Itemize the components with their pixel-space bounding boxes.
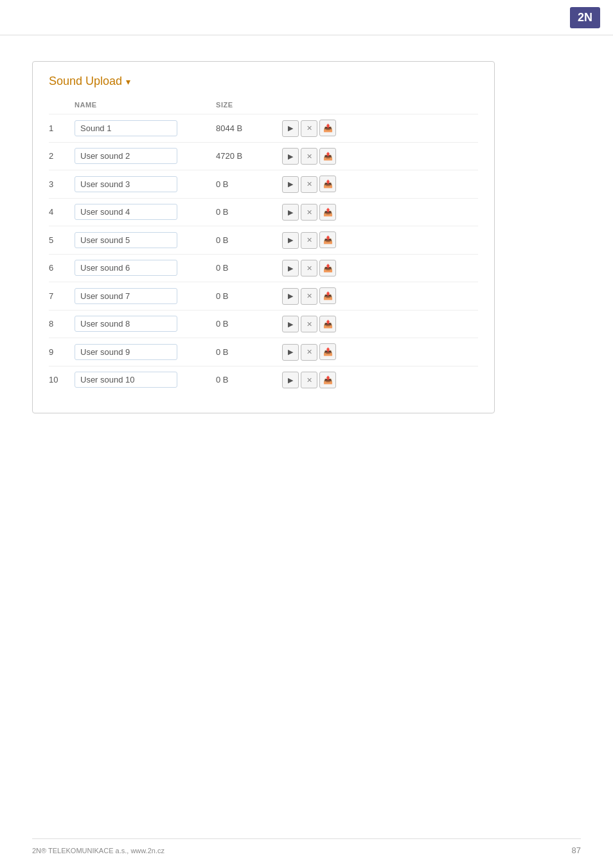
play-button[interactable]: ▶ (282, 288, 299, 305)
top-bar: 2N (0, 0, 613, 35)
table-row: 30 B▶✕📤 (49, 170, 478, 199)
row-name-cell (75, 226, 216, 255)
name-input[interactable] (75, 288, 177, 304)
table-row: 70 B▶✕📤 (49, 282, 478, 311)
play-button[interactable]: ▶ (282, 204, 299, 221)
upload-button[interactable]: 📤 (319, 148, 336, 165)
row-size: 0 B (216, 198, 280, 226)
row-actions: ▶✕📤 (280, 226, 478, 255)
name-input[interactable] (75, 372, 177, 388)
name-input[interactable] (75, 176, 177, 192)
play-button[interactable]: ▶ (282, 372, 299, 388)
name-input[interactable] (75, 344, 177, 360)
row-name-cell (75, 170, 216, 199)
col-header-name: NAME (75, 101, 216, 114)
section-title[interactable]: Sound Upload ▾ (49, 75, 478, 88)
row-size: 8044 B (216, 114, 280, 143)
col-header-size: SIZE (216, 101, 280, 114)
row-name-cell (75, 114, 216, 143)
table-row: 100 B▶✕📤 (49, 366, 478, 393)
play-button[interactable]: ▶ (282, 260, 299, 276)
upload-button[interactable]: 📤 (319, 204, 336, 221)
play-button[interactable]: ▶ (282, 232, 299, 249)
delete-button[interactable]: ✕ (301, 120, 317, 137)
delete-button[interactable]: ✕ (301, 316, 317, 332)
table-row: 80 B▶✕📤 (49, 310, 478, 338)
name-input[interactable] (75, 204, 177, 220)
footer-right: 87 (572, 845, 581, 855)
upload-button[interactable]: 📤 (319, 120, 336, 136)
col-header-actions (280, 101, 478, 114)
row-number: 10 (49, 366, 75, 393)
row-number: 1 (49, 114, 75, 143)
main-content: Sound Upload ▾ NAME SIZE 18044 B▶✕📤24720… (0, 35, 613, 439)
table-row: 24720 B▶✕📤 (49, 142, 478, 170)
table-row: 40 B▶✕📤 (49, 198, 478, 226)
delete-button[interactable]: ✕ (301, 204, 317, 221)
row-number: 7 (49, 282, 75, 311)
row-name-cell (75, 198, 216, 226)
table-row: 50 B▶✕📤 (49, 226, 478, 255)
row-number: 5 (49, 226, 75, 255)
row-size: 0 B (216, 226, 280, 255)
play-button[interactable]: ▶ (282, 316, 299, 332)
name-input[interactable] (75, 316, 177, 332)
row-actions: ▶✕📤 (280, 366, 478, 393)
row-actions: ▶✕📤 (280, 282, 478, 311)
row-name-cell (75, 366, 216, 393)
row-name-cell (75, 338, 216, 366)
delete-button[interactable]: ✕ (301, 288, 317, 305)
delete-button[interactable]: ✕ (301, 232, 317, 249)
row-number: 4 (49, 198, 75, 226)
row-size: 0 B (216, 254, 280, 282)
row-size: 0 B (216, 170, 280, 199)
row-actions: ▶✕📤 (280, 114, 478, 143)
row-actions: ▶✕📤 (280, 170, 478, 199)
row-number: 6 (49, 254, 75, 282)
upload-button[interactable]: 📤 (319, 343, 336, 360)
play-button[interactable]: ▶ (282, 344, 299, 361)
row-size: 0 B (216, 310, 280, 338)
row-size: 0 B (216, 338, 280, 366)
row-size: 0 B (216, 282, 280, 311)
table-row: 18044 B▶✕📤 (49, 114, 478, 143)
row-size: 4720 B (216, 142, 280, 170)
name-input[interactable] (75, 120, 177, 136)
upload-button[interactable]: 📤 (319, 287, 336, 304)
row-actions: ▶✕📤 (280, 142, 478, 170)
upload-button[interactable]: 📤 (319, 372, 336, 388)
name-input[interactable] (75, 260, 177, 276)
name-input[interactable] (75, 232, 177, 248)
col-header-num (49, 101, 75, 114)
footer-left: 2N® TELEKOMUNIKACE a.s., www.2n.cz (32, 847, 164, 854)
section-card: Sound Upload ▾ NAME SIZE 18044 B▶✕📤24720… (32, 61, 495, 413)
delete-button[interactable]: ✕ (301, 344, 317, 361)
row-actions: ▶✕📤 (280, 338, 478, 366)
table-row: 90 B▶✕📤 (49, 338, 478, 366)
delete-button[interactable]: ✕ (301, 148, 317, 165)
upload-button[interactable]: 📤 (319, 231, 336, 248)
play-button[interactable]: ▶ (282, 176, 299, 193)
row-actions: ▶✕📤 (280, 310, 478, 338)
sound-table: NAME SIZE 18044 B▶✕📤24720 B▶✕📤30 B▶✕📤40 … (49, 101, 478, 393)
row-actions: ▶✕📤 (280, 254, 478, 282)
name-input[interactable] (75, 148, 177, 164)
upload-button[interactable]: 📤 (319, 176, 336, 192)
row-name-cell (75, 310, 216, 338)
table-row: 60 B▶✕📤 (49, 254, 478, 282)
delete-button[interactable]: ✕ (301, 372, 317, 388)
logo: 2N (570, 7, 600, 28)
delete-button[interactable]: ✕ (301, 176, 317, 193)
row-number: 9 (49, 338, 75, 366)
section-chevron: ▾ (126, 77, 130, 87)
delete-button[interactable]: ✕ (301, 260, 317, 276)
footer: 2N® TELEKOMUNIKACE a.s., www.2n.cz 87 (32, 838, 581, 855)
row-size: 0 B (216, 366, 280, 393)
row-number: 3 (49, 170, 75, 199)
upload-button[interactable]: 📤 (319, 260, 336, 276)
row-actions: ▶✕📤 (280, 198, 478, 226)
upload-button[interactable]: 📤 (319, 316, 336, 332)
play-button[interactable]: ▶ (282, 148, 299, 165)
play-button[interactable]: ▶ (282, 120, 299, 137)
row-number: 8 (49, 310, 75, 338)
